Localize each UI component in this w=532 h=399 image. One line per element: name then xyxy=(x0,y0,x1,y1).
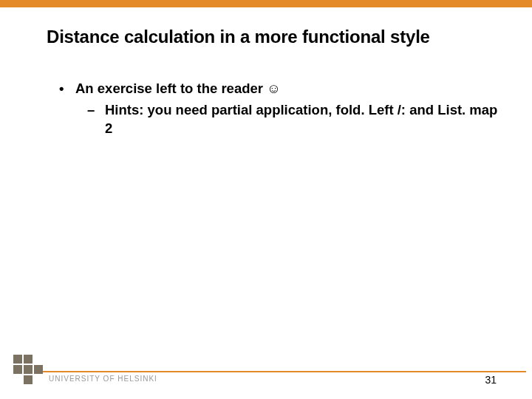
sub-bullet-marker: – xyxy=(87,101,105,138)
sub-bullet-item: – Hints: you need partial application, f… xyxy=(87,101,502,138)
svg-rect-2 xyxy=(13,365,22,374)
accent-bar xyxy=(0,0,532,7)
slide-title: Distance calculation in a more functiona… xyxy=(47,27,505,47)
svg-rect-3 xyxy=(24,365,33,374)
sub-bullet-text: Hints: you need partial application, fol… xyxy=(105,101,502,138)
svg-rect-1 xyxy=(24,355,33,364)
svg-rect-5 xyxy=(24,375,33,384)
bullet-item: • An exercise left to the reader ☺ xyxy=(59,80,502,98)
svg-rect-0 xyxy=(13,355,22,364)
slide: Distance calculation in a more functiona… xyxy=(0,0,532,399)
university-logo-icon xyxy=(9,350,47,389)
footer-institution: UNIVERSITY OF HELSINKI xyxy=(49,375,157,383)
slide-body: • An exercise left to the reader ☺ – Hin… xyxy=(59,80,502,138)
page-number: 31 xyxy=(485,374,497,386)
footer-divider xyxy=(43,371,526,372)
bullet-marker: • xyxy=(59,80,75,98)
bullet-text: An exercise left to the reader ☺ xyxy=(75,80,502,98)
svg-rect-4 xyxy=(34,365,43,374)
